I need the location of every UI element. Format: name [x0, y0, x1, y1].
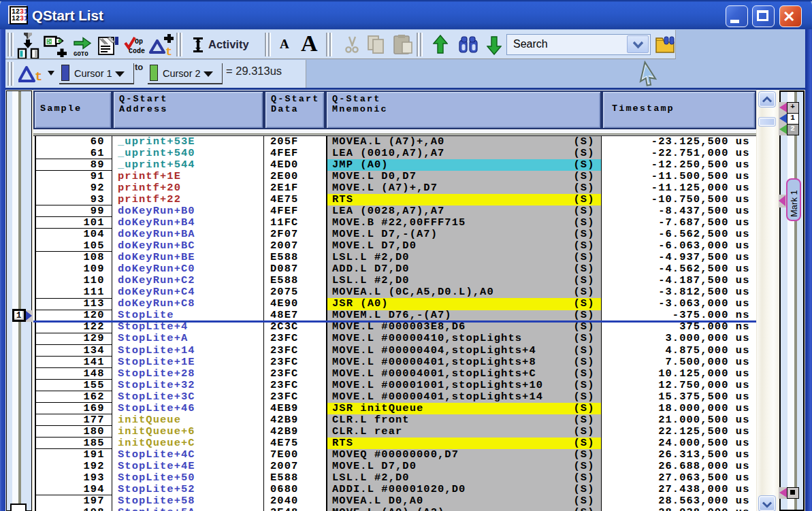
svg-text:t: t	[165, 46, 172, 59]
svg-text:Code: Code	[129, 48, 145, 55]
svg-text:GOTO: GOTO	[74, 51, 88, 57]
svg-text:t: t	[35, 69, 42, 83]
svg-text:Op: Op	[135, 38, 143, 46]
